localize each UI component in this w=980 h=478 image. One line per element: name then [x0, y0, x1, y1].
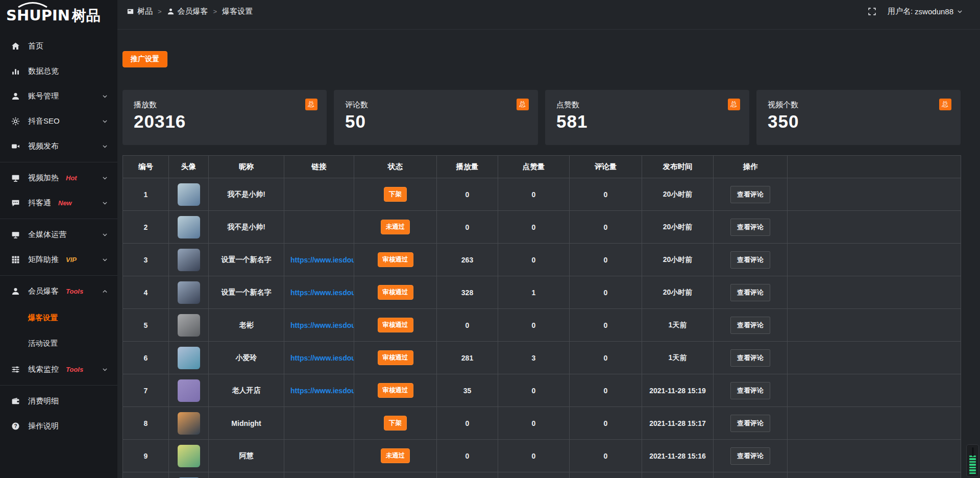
widget-bar	[969, 458, 976, 460]
widget-bar	[969, 467, 976, 469]
sidebar-item-label: 会员爆客	[28, 286, 59, 296]
index-cell	[123, 472, 169, 478]
time-cell: 20小时前	[642, 276, 714, 309]
avatar	[178, 379, 200, 402]
breadcrumb-label: 树品	[137, 7, 153, 16]
index-cell: 4	[123, 276, 169, 309]
breadcrumb: 树品>会员爆客>爆客设置	[127, 7, 253, 22]
action-cell	[714, 472, 788, 478]
empty-cell	[788, 309, 961, 342]
nickname-cell: 老人开店	[209, 374, 284, 407]
plays-cell: 328	[437, 276, 498, 309]
video-link[interactable]: https://www.iesdouyin.c	[290, 354, 354, 362]
plays-cell: 281	[437, 342, 498, 374]
comments-cell: 0	[570, 244, 642, 276]
sidebar-submenu: 爆客设置活动设置	[0, 304, 117, 357]
video-link[interactable]: https://www.iesdouyin.c	[290, 387, 354, 395]
sidebar-item-member-baoke[interactable]: 会员爆客Tools	[0, 279, 117, 304]
comments-cell: 0	[570, 276, 642, 309]
time-cell	[642, 472, 714, 478]
stat-label: 点赞数	[556, 100, 739, 110]
sidebar-item-douketong[interactable]: 抖客通New	[0, 190, 117, 216]
sidebar-item-account-management[interactable]: 账号管理	[0, 84, 117, 109]
sliders-icon	[11, 365, 20, 374]
table-row: 6小爱玲https://www.iesdouyin.c审核通过281301天前查…	[123, 342, 961, 374]
member-icon	[11, 287, 20, 296]
sidebar-item-data-overview[interactable]: 数据总览	[0, 59, 117, 84]
sidebar-item-label: 数据总览	[28, 66, 59, 76]
sidebar-subitem-baoke-settings[interactable]: 爆客设置	[0, 305, 117, 330]
status-badge: 审核通过	[378, 383, 413, 398]
chevron-down-icon	[102, 93, 108, 100]
link-cell: https://www.iesdouyin.c	[284, 276, 354, 309]
sidebar-item-label: 消费明细	[28, 396, 59, 406]
breadcrumb-item-baoke-settings[interactable]: 爆客设置	[222, 7, 253, 16]
sidebar-subitem-activity-settings[interactable]: 活动设置	[0, 330, 117, 356]
sidebar-item-omni-media[interactable]: 全媒体运营	[0, 222, 117, 247]
user-menu[interactable]: 用户名: zswodun88	[888, 7, 963, 16]
column-header: 发布时间	[642, 156, 714, 178]
link-cell	[284, 178, 354, 211]
view-comments-button[interactable]: 查看评论	[730, 219, 770, 236]
time-cell: 20小时前	[642, 211, 714, 244]
plays-cell: 0	[437, 309, 498, 342]
sidebar-item-home[interactable]: 首页	[0, 34, 117, 59]
status-badge: 审核通过	[378, 252, 413, 267]
view-comments-button[interactable]: 查看评论	[730, 186, 770, 203]
stat-value: 20316	[134, 111, 316, 132]
promo-settings-button[interactable]: 推广设置	[122, 51, 167, 67]
avatar	[178, 183, 200, 206]
view-comments-button[interactable]: 查看评论	[730, 349, 770, 367]
sidebar-divider	[0, 275, 117, 276]
sidebar-item-matrix-boost[interactable]: 矩阵助推VIP	[0, 247, 117, 272]
sidebar-item-video-heat[interactable]: 视频加热Hot	[0, 165, 117, 190]
link-cell: https://www.iesdouyin.c	[284, 244, 354, 276]
sidebar-item-douyin-seo[interactable]: 抖音SEO	[0, 109, 117, 134]
view-comments-button[interactable]: 查看评论	[730, 284, 770, 301]
avatar-cell	[169, 407, 209, 440]
status-cell	[354, 472, 437, 478]
total-badge: 总	[517, 99, 529, 110]
scroll-indicator-widget[interactable]	[966, 444, 979, 477]
sidebar-item-label: 抖客通	[28, 198, 51, 208]
nickname-cell: 我不是小帅!	[209, 178, 284, 211]
breadcrumb-item-member-baoke[interactable]: 会员爆客	[167, 7, 208, 16]
view-comments-button[interactable]: 查看评论	[730, 415, 770, 432]
total-badge: 总	[305, 99, 318, 110]
sidebar-divider	[0, 385, 117, 386]
time-cell: 2021-11-28 15:17	[642, 407, 714, 440]
video-link[interactable]: https://www.iesdouyin.c	[290, 256, 354, 264]
link-cell: https://www.iesdouyin.c	[284, 374, 354, 407]
empty-cell	[788, 440, 961, 472]
sidebar-item-operation-guide[interactable]: ?操作说明	[0, 414, 117, 439]
avatar-cell	[169, 244, 209, 276]
view-comments-button[interactable]: 查看评论	[730, 382, 770, 399]
heat-icon	[11, 174, 20, 182]
status-cell: 未通过	[354, 440, 437, 472]
likes-cell: 3	[498, 342, 570, 374]
app-logo[interactable]: SHUPIN树品	[0, 0, 117, 30]
sidebar-item-consumption-details[interactable]: 消费明细	[0, 389, 117, 414]
chevron-down-icon	[102, 200, 108, 206]
sidebar-item-clue-monitor[interactable]: 线索监控Tools	[0, 357, 117, 382]
breadcrumb-item-shupin[interactable]: 树品	[127, 7, 153, 16]
likes-cell: 0	[498, 178, 570, 211]
sidebar-item-video-publish[interactable]: 视频发布	[0, 134, 117, 159]
view-comments-button[interactable]: 查看评论	[730, 317, 770, 334]
comments-cell: 0	[570, 342, 642, 374]
avatar-cell	[169, 309, 209, 342]
video-link[interactable]: https://www.iesdouyin.c	[290, 321, 354, 329]
stat-label: 播放数	[134, 100, 316, 110]
plays-cell: 0	[437, 211, 498, 244]
breadcrumb-separator: >	[213, 8, 217, 15]
avatar-cell	[169, 472, 209, 478]
view-comments-button[interactable]: 查看评论	[730, 251, 770, 269]
view-comments-button[interactable]: 查看评论	[730, 447, 770, 465]
link-cell	[284, 407, 354, 440]
breadcrumb-label: 会员爆客	[178, 7, 208, 16]
video-link[interactable]: https://www.iesdouyin.c	[290, 289, 354, 297]
nickname-cell: 小爱玲	[209, 342, 284, 374]
fullscreen-icon[interactable]	[868, 7, 876, 16]
chart-icon	[11, 67, 20, 76]
action-cell: 查看评论	[714, 374, 788, 407]
